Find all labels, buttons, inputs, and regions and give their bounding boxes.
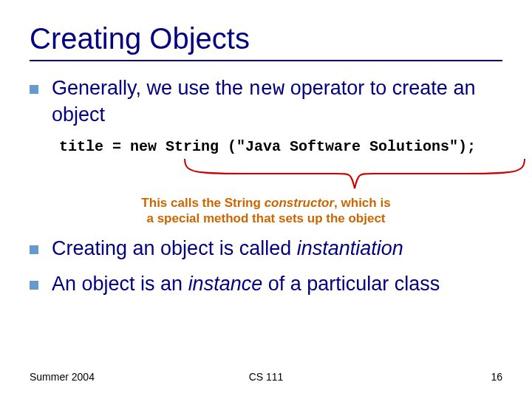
bullet-2-pre: Creating an object is called [52, 237, 297, 259]
slide-title: Creating Objects [30, 22, 502, 55]
bullet-3-post: of a particular class [262, 273, 440, 295]
curly-brace-icon [181, 155, 528, 192]
callout-line1-pre: This calls the String [141, 196, 264, 210]
footer-center: CS 111 [30, 371, 502, 383]
bullet-3-pre: An object is an [52, 273, 188, 295]
slide: Creating Objects Generally, we use the n… [0, 0, 532, 399]
callout: This calls the String constructor, which… [103, 195, 429, 227]
callout-line1-ital: constructor [265, 196, 334, 210]
bullet-2-text: Creating an object is called instantiati… [52, 236, 403, 262]
bullet-icon [30, 245, 38, 254]
bullet-1: Generally, we use the new operator to cr… [30, 76, 502, 128]
callout-line2: a special method that sets up the object [146, 211, 385, 225]
bullet-3-text: An object is an instance of a particular… [52, 272, 440, 297]
bullet-icon [30, 281, 38, 290]
bullet-1-text: Generally, we use the new operator to cr… [52, 76, 502, 128]
bullet-2: Creating an object is called instantiati… [30, 236, 502, 262]
code-line: title = new String ("Java Software Solut… [59, 138, 502, 155]
title-rule [30, 60, 502, 61]
bullet-1-pre: Generally, we use the [52, 77, 249, 99]
bullet-3-ital: instance [188, 273, 263, 295]
bullet-1-mono: new [249, 78, 285, 100]
brace-wrap [30, 155, 502, 192]
bullet-3: An object is an instance of a particular… [30, 272, 502, 297]
bullet-2-ital: instantiation [297, 237, 403, 259]
bullet-icon [30, 85, 38, 94]
callout-line1-post: , which is [334, 196, 391, 210]
footer: Summer 2004 CS 111 16 [30, 371, 502, 383]
